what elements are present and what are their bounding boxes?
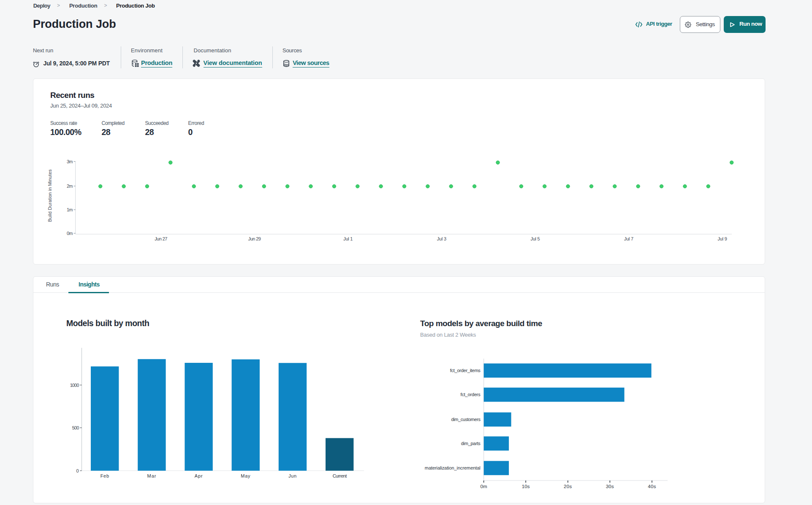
svg-text:Jun 27: Jun 27 bbox=[155, 236, 167, 241]
svg-text:Jun: Jun bbox=[288, 473, 297, 478]
svg-text:Jul 3: Jul 3 bbox=[437, 236, 446, 241]
svg-text:Jul 9: Jul 9 bbox=[718, 236, 727, 241]
svg-text:dim_customers: dim_customers bbox=[451, 417, 481, 422]
svg-text:Build Duration in Minutes: Build Duration in Minutes bbox=[47, 169, 52, 222]
svg-text:dim_parts: dim_parts bbox=[461, 441, 481, 446]
svg-text:Feb: Feb bbox=[100, 473, 109, 478]
svg-text:Apr: Apr bbox=[195, 473, 203, 478]
svg-text:2m: 2m bbox=[67, 184, 73, 189]
svg-text:Mar: Mar bbox=[147, 473, 157, 478]
svg-text:materialization_incremental: materialization_incremental bbox=[425, 465, 481, 470]
svg-text:0m: 0m bbox=[481, 484, 487, 489]
svg-text:3m: 3m bbox=[67, 159, 73, 164]
svg-text:Current: Current bbox=[333, 473, 347, 478]
svg-text:0m: 0m bbox=[67, 231, 73, 236]
svg-text:20s: 20s bbox=[564, 484, 572, 489]
svg-text:0: 0 bbox=[76, 468, 79, 473]
svg-text:Jul 1: Jul 1 bbox=[343, 236, 353, 241]
svg-text:fct_order_items: fct_order_items bbox=[450, 368, 481, 373]
svg-text:10s: 10s bbox=[522, 484, 530, 489]
svg-text:500: 500 bbox=[72, 425, 79, 430]
svg-text:30s: 30s bbox=[606, 484, 614, 489]
svg-text:Jun 29: Jun 29 bbox=[248, 236, 261, 241]
svg-text:40s: 40s bbox=[648, 484, 656, 489]
svg-text:May: May bbox=[241, 473, 250, 478]
svg-text:fct_orders: fct_orders bbox=[461, 392, 481, 397]
svg-text:Jul 7: Jul 7 bbox=[624, 236, 633, 241]
svg-text:1m: 1m bbox=[67, 207, 73, 212]
svg-text:1000: 1000 bbox=[70, 383, 79, 388]
svg-text:Jul 5: Jul 5 bbox=[530, 236, 540, 241]
